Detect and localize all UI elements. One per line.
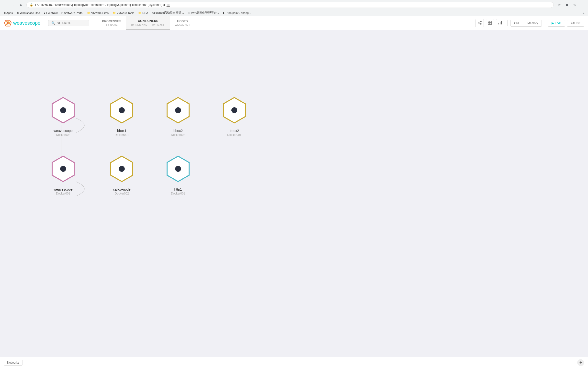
hex-svg bbox=[46, 152, 80, 185]
tab-containers[interactable]: CONTAINERS BY DNS NAME BY IMAGE bbox=[126, 16, 170, 30]
containers-subtab-image[interactable]: BY IMAGE bbox=[152, 24, 165, 26]
bookmarks-more[interactable]: » bbox=[582, 11, 586, 15]
search-icon: 🔍 bbox=[51, 21, 55, 25]
forward-button[interactable]: → bbox=[10, 1, 17, 8]
svg-marker-2 bbox=[7, 22, 9, 24]
hex-svg bbox=[105, 94, 138, 127]
svg-rect-14 bbox=[501, 21, 502, 24]
extensions-button[interactable]: ■ bbox=[564, 1, 570, 8]
more-button[interactable]: ⋮ bbox=[579, 1, 586, 8]
hex-container bbox=[218, 94, 251, 127]
logo[interactable]: weavescope bbox=[4, 19, 40, 27]
node-name: weavescope bbox=[54, 129, 73, 133]
node-bbox2-docker001[interactable]: bbox2 Docker001 bbox=[218, 94, 251, 137]
bookmark-workspace-one[interactable]: ◉Workspace One bbox=[15, 11, 41, 15]
cpu-memory-group: CPU Memory bbox=[510, 20, 542, 27]
svg-point-5 bbox=[480, 23, 481, 24]
hex-container bbox=[161, 94, 195, 127]
hex-svg bbox=[161, 152, 195, 185]
back-button[interactable]: ← bbox=[2, 1, 9, 8]
grid-icon bbox=[488, 21, 492, 25]
svg-rect-11 bbox=[490, 23, 492, 24]
svg-point-16 bbox=[60, 107, 66, 113]
pause-button[interactable]: PAUSE bbox=[567, 20, 584, 27]
bookmark-proofpoint[interactable]: ▶Proofpoint - shong... bbox=[221, 11, 252, 15]
svg-line-6 bbox=[479, 22, 480, 22]
svg-point-22 bbox=[175, 166, 181, 172]
hex-svg bbox=[105, 152, 138, 185]
bookmark-software-portal[interactable]: □Software Portal bbox=[60, 11, 85, 15]
node-host: Docker001 bbox=[227, 133, 241, 137]
lock-icon: 🔒 bbox=[30, 3, 33, 7]
divider bbox=[507, 20, 508, 26]
bookmark-kvm[interactable]: ◎kvm虚拟化管理平台... bbox=[186, 11, 221, 15]
hex-svg bbox=[218, 94, 251, 127]
node-name: weavescope bbox=[54, 187, 73, 191]
user-button[interactable]: ✎ bbox=[571, 1, 578, 8]
bookmarks-bar: ⊞Apps◉Workspace One●HelpNow□Software Por… bbox=[0, 10, 588, 16]
hex-svg bbox=[46, 94, 80, 127]
node-name: http1 bbox=[174, 187, 182, 191]
bookmark-django[interactable]: 知django启动后自动调... bbox=[151, 11, 185, 15]
svg-point-3 bbox=[480, 21, 481, 22]
grid-view-button[interactable] bbox=[486, 19, 494, 27]
bookmark-apps[interactable]: ⊞Apps bbox=[2, 11, 14, 15]
address-bar[interactable]: 🔒 172.16.65.152:4040/#!/state/{"topology… bbox=[26, 2, 554, 8]
chart-view-button[interactable] bbox=[496, 19, 504, 27]
node-host: Docker001 bbox=[115, 133, 129, 137]
bookmark-helpnow[interactable]: ●HelpNow bbox=[42, 11, 59, 15]
live-button[interactable]: ▶ LIVE bbox=[548, 20, 565, 27]
chart-icon bbox=[498, 21, 502, 25]
node-calico-node-docker002[interactable]: calico-node Docker002 bbox=[105, 152, 138, 195]
node-host: Docker001 bbox=[56, 192, 70, 195]
logo-icon bbox=[4, 19, 12, 27]
node-host: Docker001 bbox=[171, 192, 185, 195]
svg-point-21 bbox=[119, 166, 125, 172]
svg-point-17 bbox=[119, 107, 125, 113]
hex-container bbox=[161, 152, 195, 185]
bookmark-rsa[interactable]: 📁RSA bbox=[137, 11, 150, 15]
networks-button[interactable]: Networks bbox=[4, 360, 23, 366]
memory-button[interactable]: Memory bbox=[524, 20, 542, 26]
url-text: 172.16.65.152:4040/#!/state/{"topologyId… bbox=[35, 3, 551, 7]
nav-tabs: PROCESSES BY NAME CONTAINERS BY DNS NAME… bbox=[97, 16, 475, 30]
browser-toolbar: ← → ↻ 🔒 172.16.65.152:4040/#!/state/{"to… bbox=[0, 0, 588, 10]
hosts-subtab: WEAVE NET bbox=[175, 23, 190, 26]
node-bbox1-docker001[interactable]: bbox1 Docker001 bbox=[105, 94, 138, 137]
svg-rect-9 bbox=[490, 21, 492, 22]
svg-rect-8 bbox=[488, 21, 490, 22]
add-button[interactable]: + bbox=[577, 359, 584, 366]
nav-buttons: ← → ↻ bbox=[2, 1, 24, 8]
refresh-button[interactable]: ↻ bbox=[18, 1, 24, 8]
node-weavescope-docker002[interactable]: weavescope Docker002 bbox=[46, 94, 80, 137]
bookmark-vmware-sites[interactable]: 📁VMware Sites bbox=[86, 11, 110, 15]
search-input[interactable] bbox=[57, 21, 86, 25]
svg-point-18 bbox=[175, 107, 181, 113]
share-button[interactable] bbox=[475, 19, 484, 27]
tab-hosts[interactable]: HOSTS WEAVE NET bbox=[170, 16, 195, 30]
node-name: calico-node bbox=[113, 187, 131, 191]
hex-container bbox=[105, 94, 138, 127]
hex-container bbox=[46, 94, 80, 127]
node-host: Docker002 bbox=[115, 192, 129, 195]
search-box[interactable]: 🔍 bbox=[48, 20, 89, 26]
node-name: bbox2 bbox=[173, 129, 183, 133]
svg-rect-10 bbox=[488, 23, 490, 24]
node-bbox2-docker002[interactable]: bbox2 Docker002 bbox=[161, 94, 195, 137]
containers-subtab-dns[interactable]: BY DNS NAME bbox=[131, 24, 149, 26]
node-http1-docker001[interactable]: http1 Docker001 bbox=[161, 152, 195, 195]
svg-point-20 bbox=[60, 166, 66, 172]
logo-scope: scope bbox=[27, 20, 40, 26]
node-weavescope-docker001[interactable]: weavescope Docker001 bbox=[46, 152, 80, 195]
svg-rect-12 bbox=[498, 23, 499, 24]
bookmark-star-button[interactable]: ☆ bbox=[556, 1, 563, 8]
cpu-button[interactable]: CPU bbox=[511, 20, 524, 26]
processes-subtab: BY NAME bbox=[106, 23, 118, 26]
play-icon: ▶ bbox=[552, 22, 554, 25]
browser-chrome: ← → ↻ 🔒 172.16.65.152:4040/#!/state/{"to… bbox=[0, 0, 588, 16]
live-label: LIVE bbox=[555, 22, 561, 25]
bookmark-vmware-tools[interactable]: 📁VMware Tools bbox=[111, 11, 136, 15]
tab-processes[interactable]: PROCESSES BY NAME bbox=[97, 16, 126, 30]
canvas: weavescope Docker002 bbox1 Docker001 bbo… bbox=[0, 30, 588, 201]
node-name: bbox1 bbox=[117, 129, 126, 133]
